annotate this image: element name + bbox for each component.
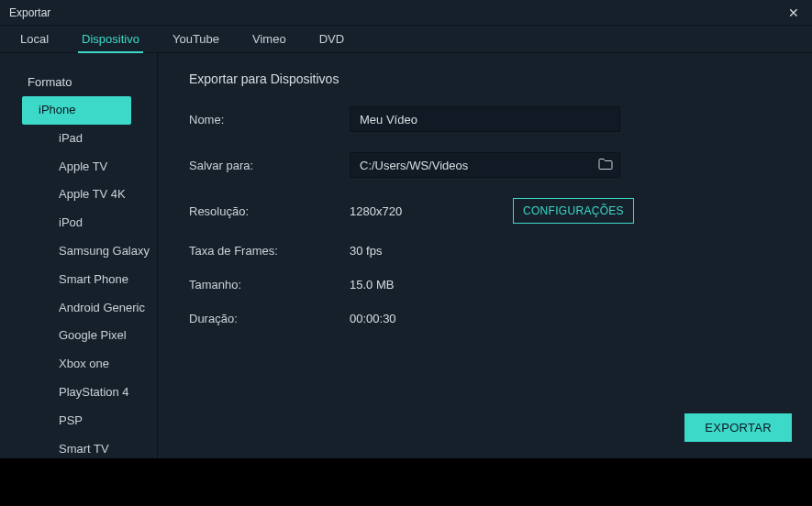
- tab-device[interactable]: Dispositivo: [78, 26, 143, 53]
- tab-local[interactable]: Local: [17, 26, 52, 53]
- size-value: 15.0 MB: [350, 278, 394, 292]
- sidebar-item-samsung[interactable]: Samsung Galaxy: [20, 237, 150, 266]
- sidebar-item-ps4[interactable]: PlayStation 4: [20, 379, 150, 407]
- sidebar-item-ipod[interactable]: iPod: [20, 209, 150, 237]
- sidebar-item-appletv[interactable]: Apple TV: [20, 153, 150, 182]
- resolution-value: 1280x720: [350, 204, 441, 218]
- duration-value: 00:00:30: [350, 312, 396, 325]
- duration-label: Duração:: [189, 312, 350, 325]
- save-label: Salvar para:: [189, 159, 350, 172]
- row-name: Nome:: [189, 106, 790, 132]
- resolution-label: Resolução:: [189, 204, 350, 218]
- row-framerate: Taxa de Frames: 30 fps: [189, 244, 790, 258]
- name-label: Nome:: [189, 113, 350, 126]
- main-panel: Exportar para Dispositivos Nome: Salvar …: [158, 53, 812, 458]
- sidebar-item-android[interactable]: Android Generic: [20, 294, 150, 323]
- export-button[interactable]: EXPORTAR: [684, 413, 792, 442]
- sidebar-item-iphone[interactable]: iPhone: [22, 96, 131, 125]
- tabbar: Local Dispositivo YouTube Vimeo DVD: [0, 26, 812, 53]
- export-window: Exportar ✕ Local Dispositivo YouTube Vim…: [0, 0, 812, 458]
- framerate-value: 30 fps: [350, 244, 382, 258]
- sidebar-item-xbox[interactable]: Xbox one: [20, 350, 150, 379]
- sidebar-item-ipad[interactable]: iPad: [20, 125, 150, 153]
- titlebar: Exportar ✕: [0, 0, 812, 26]
- name-input[interactable]: [350, 106, 620, 132]
- sidebar-item-pixel[interactable]: Google Pixel: [20, 322, 150, 350]
- row-save: Salvar para:: [189, 152, 790, 178]
- sidebar: Formato iPhone iPad Apple TV Apple TV 4K…: [0, 53, 158, 458]
- sidebar-item-smarttv[interactable]: Smart TV: [20, 435, 150, 464]
- tab-dvd[interactable]: DVD: [316, 26, 348, 53]
- content: Formato iPhone iPad Apple TV Apple TV 4K…: [0, 53, 812, 458]
- section-title: Exportar para Dispositivos: [189, 72, 790, 86]
- size-label: Tamanho:: [189, 278, 350, 292]
- folder-icon[interactable]: [598, 157, 613, 173]
- window-title: Exportar: [9, 6, 50, 19]
- settings-button[interactable]: CONFIGURAÇÕES: [513, 198, 634, 224]
- close-icon[interactable]: ✕: [784, 6, 803, 20]
- row-duration: Duração: 00:00:30: [189, 312, 790, 325]
- tab-vimeo[interactable]: Vimeo: [249, 26, 290, 53]
- framerate-label: Taxa de Frames:: [189, 244, 350, 258]
- sidebar-heading: Formato: [0, 70, 157, 96]
- tab-youtube[interactable]: YouTube: [169, 26, 223, 53]
- row-resolution: Resolução: 1280x720 CONFIGURAÇÕES: [189, 198, 790, 224]
- row-size: Tamanho: 15.0 MB: [189, 278, 790, 292]
- sidebar-item-appletv4k[interactable]: Apple TV 4K: [20, 181, 150, 209]
- save-path-input[interactable]: [350, 152, 620, 178]
- sidebar-item-psp[interactable]: PSP: [20, 407, 150, 435]
- sidebar-item-smartphone[interactable]: Smart Phone: [20, 266, 150, 294]
- save-path-wrap: [350, 152, 620, 178]
